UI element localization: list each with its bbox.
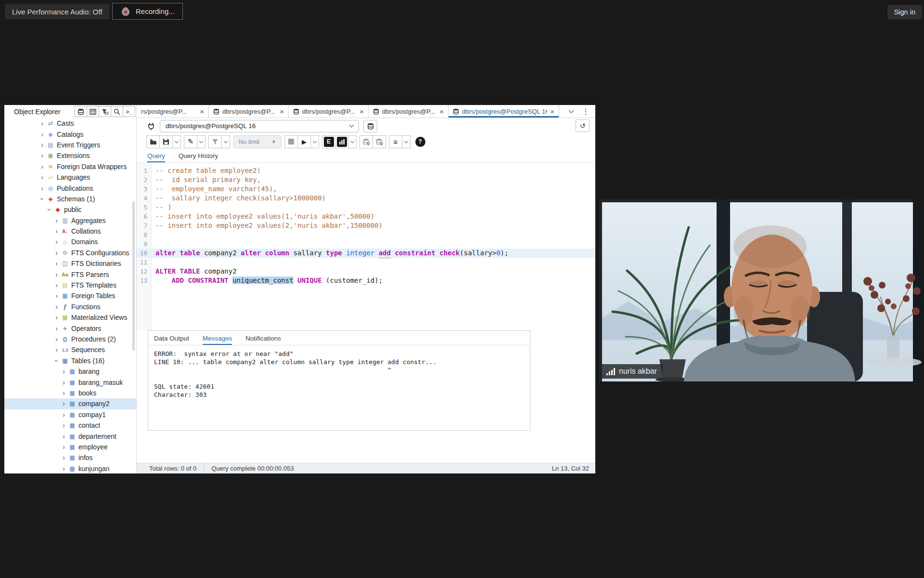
chevron-right-icon[interactable]: ›: [60, 421, 67, 429]
tree-item-operators[interactable]: ›Operators: [4, 323, 136, 333]
edit-options-chevron[interactable]: [197, 135, 205, 148]
tab-notifications[interactable]: Notifications: [245, 335, 281, 345]
tree-item-event-triggers[interactable]: ›Event Triggers: [4, 140, 136, 150]
chevron-right-icon[interactable]: ›: [60, 379, 67, 386]
chevron-right-icon[interactable]: ›: [60, 389, 67, 397]
code-line[interactable]: 5-- ): [137, 203, 595, 212]
tree-item-domains[interactable]: ›Domains: [4, 236, 136, 247]
tree-item-sequences[interactable]: ›Sequences: [4, 344, 136, 355]
chevron-right-icon[interactable]: ›: [53, 271, 60, 278]
chevron-right-icon[interactable]: ›: [53, 281, 60, 289]
macros-button[interactable]: ≡: [389, 135, 402, 148]
chevron-right-icon[interactable]: ›: [53, 292, 60, 300]
chevron-down-icon[interactable]: ›: [53, 357, 61, 364]
chevron-right-icon[interactable]: ›: [53, 227, 60, 235]
tree-item-functions[interactable]: ›Functions: [4, 302, 136, 312]
kebab-menu-icon[interactable]: ⋮: [582, 107, 590, 116]
chevron-right-icon[interactable]: ›: [53, 314, 60, 321]
tree-scrollbar[interactable]: [132, 201, 135, 351]
tree-item-extensions[interactable]: ›Extensions: [4, 150, 136, 161]
chevron-right-icon[interactable]: ›: [53, 238, 60, 246]
save-options-chevron[interactable]: [172, 135, 181, 148]
tree-item-employee[interactable]: ›employee: [4, 442, 136, 452]
tree-item-infos[interactable]: ›infos: [4, 452, 136, 463]
tab-query-history[interactable]: Query History: [179, 152, 218, 162]
chevron-right-icon[interactable]: ›: [53, 325, 60, 332]
chevron-right-icon[interactable]: ›: [60, 433, 67, 440]
tree-item-publications[interactable]: ›Publications: [4, 183, 136, 193]
tree-item-fts-parsers[interactable]: ›FTS Parsers: [4, 269, 136, 279]
tree-item-foreign-tables[interactable]: ›Foreign Tables: [4, 290, 136, 301]
terminal-icon[interactable]: >_: [123, 106, 135, 117]
chevron-right-icon[interactable]: ›: [38, 184, 46, 192]
database-icon[interactable]: [75, 106, 87, 117]
tree-item-public[interactable]: ›public: [4, 204, 136, 215]
query-tool-tab[interactable]: dbrs/postgres@P...×: [209, 105, 289, 118]
query-tool-tab[interactable]: dbrs/postgres@PostgreSQL 16*×: [449, 105, 559, 118]
code-line[interactable]: 1-- create table employee2(: [137, 166, 595, 175]
code-line[interactable]: 2-- id serial primary key,: [137, 175, 595, 184]
tree-item-fts-dictionaries[interactable]: ›FTS Dictionaries: [4, 258, 136, 269]
new-connection-button[interactable]: [363, 120, 377, 132]
edit-options-button[interactable]: ✎: [184, 135, 197, 148]
code-line[interactable]: 12ALTER TABLE company2: [137, 267, 595, 276]
explain-analyze-button[interactable]: [335, 135, 348, 148]
chevron-right-icon[interactable]: ›: [60, 368, 67, 375]
chevron-right-icon[interactable]: ›: [38, 163, 46, 171]
tree-item-aggregates[interactable]: ›Aggregates: [4, 215, 136, 226]
stop-button[interactable]: [284, 135, 298, 148]
tree-item-languages[interactable]: ›Languages: [4, 172, 136, 183]
tree-item-barang-masuk[interactable]: ›barang_masuk: [4, 377, 136, 387]
chevron-down-icon[interactable]: ›: [46, 206, 53, 213]
chevron-right-icon[interactable]: ›: [53, 346, 60, 354]
tree-item-barang[interactable]: ›barang: [4, 366, 136, 377]
close-icon[interactable]: ×: [356, 107, 364, 116]
tab-data-output[interactable]: Data Output: [154, 335, 189, 345]
tree-item-fts-configurations[interactable]: ›FTS Configurations: [4, 248, 136, 258]
tree-item-books[interactable]: ›books: [4, 388, 136, 398]
close-icon[interactable]: ×: [276, 107, 284, 116]
code-line[interactable]: 13 ADD CONSTRAINT uniquectm_const UNIQUE…: [137, 276, 595, 285]
tree-item-casts[interactable]: ›Casts: [4, 118, 136, 129]
close-icon[interactable]: ×: [196, 107, 204, 116]
sign-in-button[interactable]: Sign in: [887, 5, 922, 19]
filter-rows-button[interactable]: [208, 135, 222, 148]
filter-options-chevron[interactable]: [221, 135, 230, 148]
sql-editor[interactable]: 1-- create table employee2(2-- id serial…: [137, 163, 595, 330]
tree-item-kunjungan[interactable]: ›kunjungan: [4, 463, 136, 474]
tree-item-catalogs[interactable]: ›Catalogs: [4, 129, 136, 139]
tree-item-company2[interactable]: ›company2: [4, 398, 136, 409]
tree-item-procedures-2-[interactable]: ›Procedures (2): [4, 334, 136, 344]
code-line[interactable]: 3-- employee_name varchar(45),: [137, 184, 595, 194]
code-line[interactable]: 7-- insert into employee2 values(2,'nuri…: [137, 221, 595, 230]
save-file-button[interactable]: [159, 135, 173, 148]
tree-item-foreign-data-wrappers[interactable]: ›Foreign Data Wrappers: [4, 161, 136, 172]
commit-button[interactable]: [359, 135, 373, 148]
explain-options-chevron[interactable]: [348, 135, 357, 148]
explain-button[interactable]: E: [322, 135, 335, 148]
tab-query[interactable]: Query: [147, 152, 165, 162]
tree-item-contact[interactable]: ›contact: [4, 420, 136, 431]
execute-button[interactable]: ▶: [297, 135, 311, 148]
chevron-down-icon[interactable]: ›: [38, 195, 46, 202]
macros-chevron[interactable]: [402, 135, 411, 148]
tree-item-collations[interactable]: ›Collations: [4, 226, 136, 236]
chevron-right-icon[interactable]: ›: [38, 141, 46, 149]
chevron-down-icon[interactable]: [568, 107, 574, 113]
open-file-button[interactable]: [146, 135, 160, 148]
row-limit-select[interactable]: No limit ▼: [233, 135, 282, 148]
chevron-right-icon[interactable]: ›: [53, 260, 60, 267]
chevron-right-icon[interactable]: ›: [53, 249, 60, 257]
chevron-right-icon[interactable]: ›: [60, 465, 67, 473]
close-icon[interactable]: ×: [436, 107, 444, 116]
live-audio-toggle-button[interactable]: Live Performance Audio: Off: [5, 4, 109, 19]
table-grid-icon[interactable]: [87, 106, 99, 117]
tab-messages[interactable]: Messages: [203, 335, 232, 345]
query-tool-tab[interactable]: rs/postgres@P...×: [137, 105, 209, 118]
query-tool-tab[interactable]: dbrs/postgres@P...×: [289, 105, 369, 118]
query-tool-tab[interactable]: dbrs/postgres@P...×: [369, 105, 449, 118]
chevron-right-icon[interactable]: ›: [38, 131, 46, 138]
close-icon[interactable]: ×: [547, 107, 554, 116]
help-button[interactable]: ?: [413, 135, 427, 148]
chevron-right-icon[interactable]: ›: [60, 454, 67, 461]
